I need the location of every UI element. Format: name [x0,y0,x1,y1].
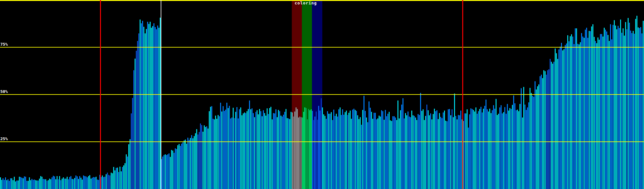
labels-layer: 75% 50% 25% coloring [0,0,644,189]
coloring-annotation-label: coloring [295,1,317,5]
gridline-label-50: 50% [0,89,8,94]
usage-graph: 75% 50% 25% coloring [0,0,644,189]
gridline-label-25: 25% [0,137,8,141]
gridline-label-75: 75% [0,42,8,47]
